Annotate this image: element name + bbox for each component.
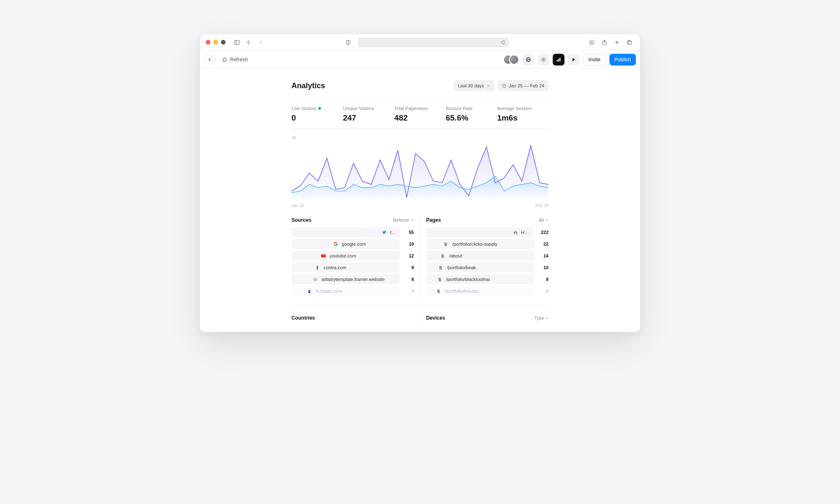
- invite-button[interactable]: Invite: [583, 54, 606, 66]
- refresh-label: Refresh: [230, 57, 248, 63]
- list-item-chip: google.com: [291, 239, 400, 249]
- date-range-picker[interactable]: Jan 25 — Feb 24: [498, 80, 549, 91]
- list-item[interactable]: /portfolio/linkstac6: [426, 286, 549, 296]
- svg-point-27: [309, 289, 310, 290]
- list-item[interactable]: Home222: [426, 227, 549, 237]
- tabs-icon[interactable]: [625, 38, 634, 47]
- metric-value: 1m6s: [497, 113, 549, 123]
- twitter-icon: [382, 229, 387, 235]
- gear-icon: [541, 57, 546, 63]
- minimize-dot[interactable]: [213, 40, 218, 45]
- list-item[interactable]: artistrytemplate.framer.website8: [291, 274, 414, 284]
- metric-value: 65.6%: [446, 113, 497, 123]
- countries-title: Countries: [291, 315, 315, 321]
- list-item-value: 12: [403, 253, 414, 258]
- globe-button[interactable]: [522, 54, 534, 66]
- chevron-down-icon: [487, 84, 490, 87]
- app-window: Refresh Invite Publish: [200, 34, 640, 332]
- reload-icon[interactable]: [501, 40, 506, 45]
- play-icon: [571, 57, 576, 62]
- list-item-label: Home: [521, 230, 531, 235]
- collaborator-avatars[interactable]: [503, 55, 519, 65]
- list-item[interactable]: contra.com9: [291, 262, 414, 273]
- globe-icon: [312, 276, 318, 282]
- share-icon[interactable]: [600, 38, 609, 47]
- svg-rect-15: [502, 84, 506, 87]
- list-item-value: 14: [538, 253, 549, 258]
- metric-card: Bounce Rate65.6%: [446, 106, 497, 123]
- metric-value: 247: [343, 113, 394, 123]
- svg-point-10: [543, 59, 544, 60]
- close-dot[interactable]: [206, 40, 210, 45]
- home-icon: [513, 229, 518, 235]
- list-item-label: contra.com: [324, 265, 346, 270]
- list-item[interactable]: /portfolio/keak10: [426, 262, 549, 273]
- youtube-icon: [320, 253, 326, 259]
- traffic-lights: [206, 40, 226, 45]
- app-back-button[interactable]: [204, 54, 215, 65]
- list-item-label: /portfolio/blacktoothai: [446, 277, 490, 282]
- calendar-icon: [502, 84, 507, 88]
- list-item[interactable]: t.co55: [291, 227, 414, 237]
- pages-filter-dropdown[interactable]: All: [539, 218, 549, 223]
- sidebar-toggle-icon[interactable]: [232, 38, 242, 47]
- chevron-down-icon: [545, 316, 549, 320]
- list-item[interactable]: m.baidu.com4: [291, 286, 414, 296]
- svg-marker-22: [317, 268, 318, 270]
- svg-rect-12: [558, 59, 559, 61]
- list-item-value: 222: [538, 230, 549, 235]
- page-icon: [436, 288, 442, 294]
- list-item[interactable]: google.com19: [291, 239, 414, 249]
- refresh-button[interactable]: Refresh: [218, 55, 251, 64]
- nav-forward-icon[interactable]: [256, 38, 265, 47]
- svg-point-28: [310, 290, 310, 291]
- baidu-icon: [306, 288, 312, 294]
- list-item[interactable]: /about14: [426, 251, 549, 261]
- list-item-chip: Home: [426, 227, 535, 237]
- publish-button[interactable]: Publish: [609, 54, 636, 66]
- avatar[interactable]: [509, 55, 519, 65]
- chart-y-max-label: 36: [291, 136, 549, 140]
- list-item-chip: /portfolio/blacktoothai: [426, 274, 535, 284]
- svg-rect-13: [559, 58, 560, 61]
- svg-marker-14: [572, 58, 575, 61]
- download-icon[interactable]: [587, 38, 596, 47]
- metric-value: 482: [394, 113, 446, 123]
- list-item-chip: artistrytemplate.framer.website: [291, 274, 400, 284]
- address-bar[interactable]: [358, 37, 509, 47]
- list-item-value: 4: [403, 289, 414, 294]
- list-item[interactable]: youtube.com12: [291, 251, 414, 261]
- live-indicator-icon: [318, 107, 321, 110]
- analytics-button[interactable]: [553, 54, 564, 66]
- list-item[interactable]: /portfolio/blacktoothai8: [426, 274, 549, 284]
- devices-filter-dropdown[interactable]: Type: [534, 315, 549, 320]
- svg-rect-6: [628, 41, 632, 44]
- svg-marker-21: [317, 265, 318, 268]
- shield-icon[interactable]: [344, 38, 353, 47]
- sources-filter-dropdown[interactable]: Referrer: [393, 218, 414, 223]
- nav-back-icon[interactable]: [244, 38, 253, 47]
- list-item-value: 8: [538, 277, 549, 282]
- browser-chrome: [200, 34, 640, 51]
- list-item-chip: contra.com: [291, 262, 400, 273]
- page-title: Analytics: [291, 81, 325, 90]
- list-item-chip: /about: [426, 251, 535, 261]
- settings-button[interactable]: [538, 54, 549, 66]
- metric-label: Unique Visitors: [343, 106, 394, 111]
- page-icon: [437, 276, 443, 282]
- range-preset-dropdown[interactable]: Last 30 days: [454, 80, 494, 91]
- contra-icon: [315, 265, 320, 270]
- list-item-label: /portfolio/keak: [447, 265, 476, 270]
- zoom-dot[interactable]: [221, 40, 226, 45]
- list-item-chip: /portfolio/linkstac: [426, 286, 535, 296]
- svg-rect-0: [234, 40, 239, 45]
- preview-button[interactable]: [568, 54, 580, 66]
- list-item[interactable]: /portfolio/clicks-supply22: [426, 239, 549, 249]
- list-item-chip: /portfolio/clicks-supply: [426, 239, 535, 249]
- chart-x-start-label: Jan 25: [291, 203, 304, 208]
- new-tab-icon[interactable]: [612, 38, 622, 47]
- metrics-row: Live Visitors0Unique Visitors247Total Pa…: [291, 106, 549, 123]
- list-item-label: google.com: [342, 242, 366, 247]
- pages-panel: Pages All Home222/portfolio/clicks-suppl…: [420, 217, 549, 298]
- chart-x-end-label: Feb 24: [536, 203, 549, 208]
